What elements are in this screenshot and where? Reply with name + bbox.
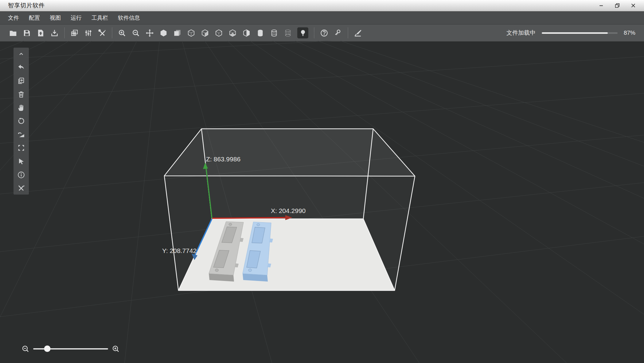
key-icon [334, 29, 342, 37]
z-axis-label: Z: 863.9986 [206, 156, 240, 163]
zoom-control [21, 343, 120, 355]
toolbar-separator [64, 28, 65, 38]
menu-run[interactable]: 运行 [66, 11, 87, 24]
view-half-cube-button[interactable] [242, 29, 251, 37]
left-tool-palette [14, 48, 29, 195]
cylinder-wireframe-button[interactable] [270, 29, 278, 37]
import-file-button[interactable] [36, 29, 45, 37]
rotate-button[interactable] [17, 117, 25, 125]
close-button[interactable] [629, 2, 637, 10]
toolbar-separator [112, 28, 112, 38]
zoom-in-button[interactable] [118, 29, 126, 37]
main-toolbar: 文件加载中 87% [0, 24, 644, 41]
zoom-out-button[interactable] [131, 29, 140, 37]
save-button[interactable] [22, 29, 31, 37]
hand-icon [17, 104, 25, 112]
zoom-in-icon [118, 29, 126, 37]
sliders-icon [84, 29, 92, 37]
mirror-icon [17, 131, 25, 139]
import-file-icon [37, 29, 45, 37]
restore-icon [614, 2, 620, 9]
zoom-slider[interactable] [33, 346, 108, 352]
undo-icon [17, 63, 25, 71]
menu-toolbar[interactable]: 工具栏 [87, 11, 113, 24]
cylinder-wireframe-icon [270, 29, 278, 37]
tools-button[interactable] [98, 29, 106, 37]
zoom-in-magnifier-icon[interactable] [112, 345, 120, 353]
duplicate-object-button[interactable] [17, 77, 25, 85]
progress-fill [542, 32, 608, 34]
help-button[interactable] [320, 29, 328, 37]
bottom-face-cube-icon [228, 29, 237, 37]
export-model-icon [50, 29, 59, 37]
view-bottom-face-button[interactable] [228, 29, 237, 37]
info-icon [17, 171, 25, 179]
export-model-button[interactable] [50, 29, 59, 37]
file-loading-cluster: 文件加载中 87% [506, 29, 635, 37]
menu-file[interactable]: 文件 [3, 11, 24, 24]
y-axis-label: Y: 208.7742 [162, 247, 197, 254]
duplicate-batch-button[interactable] [70, 29, 79, 37]
collapse-button[interactable] [17, 50, 25, 58]
expand-arrows-icon [17, 144, 25, 152]
app-title: 智享切片软件 [8, 2, 45, 10]
chevron-up-icon [18, 51, 25, 57]
view-surface-button[interactable] [173, 29, 181, 37]
cylinder-solid-button[interactable] [256, 29, 264, 37]
file-loading-percent: 87% [624, 30, 635, 36]
open-folder-button[interactable] [9, 29, 17, 37]
cut-knife-button[interactable] [353, 29, 362, 37]
undo-button[interactable] [17, 63, 25, 72]
menu-config[interactable]: 配置 [24, 11, 45, 24]
title-bar: 智享切片软件 [0, 0, 644, 11]
menu-view[interactable]: 视图 [45, 11, 66, 24]
help-icon [320, 29, 328, 37]
zoom-out-magnifier-icon[interactable] [21, 345, 29, 353]
menu-bar: 文件 配置 视图 运行 工具栏 软件信息 [0, 11, 644, 24]
menu-software-info[interactable]: 软件信息 [113, 11, 145, 24]
license-key-button[interactable] [334, 29, 342, 37]
pan-button[interactable] [17, 104, 25, 112]
surface-cube-icon [173, 29, 181, 37]
viewport-3d[interactable]: Z: 863.9986 X: 204.2990 Y: 208.7742 [0, 41, 644, 363]
open-folder-icon [9, 29, 17, 37]
move-button[interactable] [145, 29, 154, 37]
light-bulb-icon [299, 29, 307, 37]
duplicate-batch-icon [70, 29, 79, 37]
toolbar-separator [348, 28, 348, 38]
cylinder-points-icon [284, 29, 292, 37]
maximize-fit-button[interactable] [17, 144, 25, 152]
file-loading-progress-bar [542, 32, 618, 34]
window-controls [597, 2, 637, 10]
dotted-cube-icon [215, 29, 223, 37]
solid-cube-icon [159, 29, 168, 37]
toolbar-separator [314, 28, 314, 38]
trash-icon [17, 90, 25, 98]
view-right-face-button[interactable] [201, 29, 209, 37]
cylinder-points-button[interactable] [283, 29, 292, 37]
zoom-slider-knob[interactable] [44, 345, 51, 352]
cursor-icon [17, 157, 25, 165]
save-icon [23, 29, 31, 37]
wireframe-cube-icon [187, 29, 195, 37]
select-pointer-button[interactable] [17, 157, 25, 166]
light-toggle-button[interactable] [297, 27, 308, 38]
settings-sliders-button[interactable] [84, 29, 92, 37]
repair-tools-icon [17, 184, 25, 192]
delete-object-button[interactable] [17, 90, 25, 98]
mirror-flip-button[interactable] [17, 130, 25, 139]
close-icon [630, 2, 636, 9]
repair-model-button[interactable] [17, 184, 25, 192]
zoom-out-icon [132, 29, 140, 37]
view-dotted-button[interactable] [214, 29, 223, 37]
add-copy-icon [17, 77, 25, 85]
view-solid-button[interactable] [159, 29, 168, 37]
view-wireframe-button[interactable] [187, 29, 195, 37]
object-info-button[interactable] [17, 171, 25, 179]
tools-icon [98, 29, 106, 37]
knife-icon [354, 29, 362, 37]
right-face-cube-icon [201, 29, 209, 37]
x-axis-label: X: 204.2990 [271, 207, 306, 214]
restore-button[interactable] [613, 2, 621, 10]
minimize-button[interactable] [597, 2, 605, 10]
